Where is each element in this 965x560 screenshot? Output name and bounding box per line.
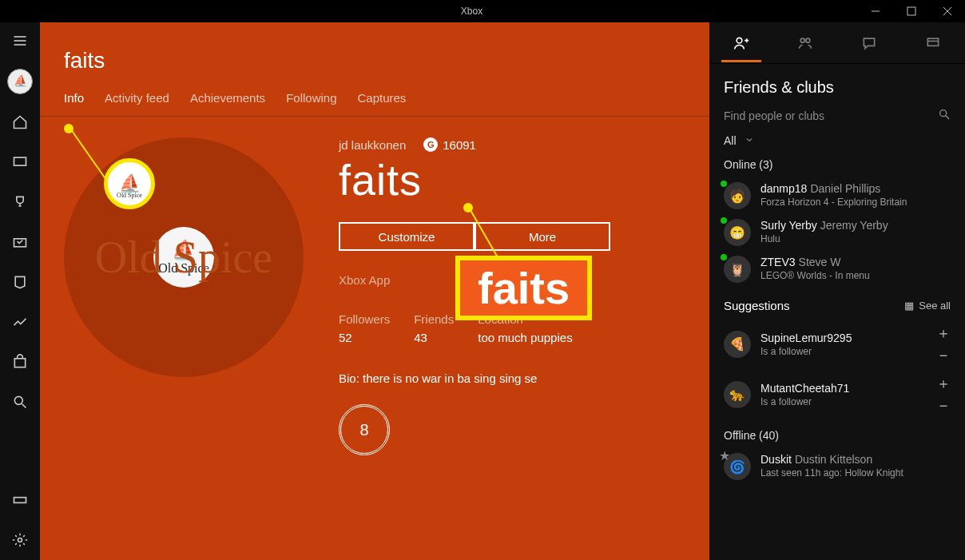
tab-captures[interactable]: Captures bbox=[358, 91, 407, 105]
svg-rect-19 bbox=[927, 38, 938, 46]
presence-dot bbox=[721, 181, 727, 187]
friend-row[interactable]: 🧑danmp18Daniel PhillipsForza Horizon 4 -… bbox=[709, 177, 965, 214]
svg-point-15 bbox=[18, 538, 22, 542]
presence-dot bbox=[721, 254, 727, 260]
refresh-icon[interactable] bbox=[45, 5, 56, 18]
svg-point-17 bbox=[800, 38, 804, 42]
followers-value: 52 bbox=[339, 331, 390, 344]
tab-info[interactable]: Info bbox=[64, 91, 84, 105]
tab-achievements[interactable]: Achievements bbox=[190, 91, 265, 105]
home-icon[interactable] bbox=[0, 110, 40, 134]
settings-icon[interactable] bbox=[0, 528, 40, 552]
friends-value: 43 bbox=[414, 331, 454, 344]
gamerpic[interactable]: Old Spice Old Spice bbox=[64, 137, 304, 377]
search-icon[interactable] bbox=[938, 108, 951, 123]
window-title: Xbox bbox=[86, 6, 857, 17]
avatar: 🐆 bbox=[724, 381, 751, 408]
svg-rect-11 bbox=[14, 359, 25, 367]
filter-dropdown[interactable]: All bbox=[709, 134, 965, 158]
followers-label: Followers bbox=[339, 312, 390, 326]
annotation-dot bbox=[64, 124, 73, 133]
tenure-badge: 8 bbox=[339, 404, 390, 455]
close-button[interactable] bbox=[929, 0, 965, 22]
friend-row[interactable]: 🦉ZTEV3Steve WLEGO® Worlds - In menu bbox=[709, 251, 965, 288]
avatar: 🍕 bbox=[724, 331, 751, 358]
svg-line-13 bbox=[22, 404, 26, 408]
svg-point-16 bbox=[737, 38, 742, 43]
friend-row[interactable]: 😁Surly YerbyJeremy YerbyHulu bbox=[709, 214, 965, 251]
suggestion-row[interactable]: 🐆MutantCheetah71Is a follower＋− bbox=[709, 369, 965, 419]
annotation-avatar-highlight bbox=[104, 158, 155, 209]
back-icon[interactable] bbox=[14, 5, 26, 18]
svg-rect-14 bbox=[14, 498, 26, 503]
profile-pane: faits faits Info Activity feed Achieveme… bbox=[40, 22, 709, 560]
friends-tab-icon[interactable] bbox=[725, 35, 757, 51]
svg-rect-3 bbox=[907, 7, 915, 15]
captures-icon[interactable] bbox=[0, 230, 40, 254]
annotation-dot bbox=[463, 203, 473, 212]
more-button[interactable]: More bbox=[475, 222, 610, 251]
profile-tabs: Info Activity feed Achievements Followin… bbox=[64, 91, 709, 116]
chevron-down-icon bbox=[745, 134, 754, 147]
offline-header: Offline (40) bbox=[709, 419, 965, 448]
clubs-icon[interactable] bbox=[0, 270, 40, 294]
multitask-icon[interactable] bbox=[75, 5, 86, 18]
friends-label: Friends bbox=[414, 312, 454, 326]
gamerpic-image: Old Spice bbox=[153, 227, 214, 288]
page-title: faits bbox=[64, 48, 709, 73]
connect-icon[interactable] bbox=[0, 150, 40, 174]
store-icon[interactable] bbox=[0, 350, 40, 374]
suggestions-header: Suggestions bbox=[724, 299, 790, 312]
add-friend-icon[interactable]: ＋ bbox=[936, 324, 951, 343]
messages-tab-icon[interactable] bbox=[853, 35, 885, 51]
hamburger-icon[interactable] bbox=[0, 29, 40, 53]
see-all-link[interactable]: ▦ See all bbox=[904, 300, 951, 312]
online-header: Online (3) bbox=[709, 158, 965, 177]
add-friend-icon[interactable]: ＋ bbox=[936, 374, 951, 393]
tab-following[interactable]: Following bbox=[286, 91, 336, 105]
nav-rail bbox=[0, 22, 40, 560]
svg-line-22 bbox=[946, 116, 949, 119]
bio-text: Bio: there is no war in ba sing sing se bbox=[339, 371, 610, 385]
activity-tab-icon[interactable] bbox=[917, 35, 949, 51]
gamebar-icon[interactable] bbox=[0, 488, 40, 512]
search-icon[interactable] bbox=[0, 390, 40, 414]
title-bar: Xbox bbox=[0, 0, 965, 22]
dismiss-icon[interactable]: − bbox=[939, 398, 948, 415]
trending-icon[interactable] bbox=[0, 310, 40, 334]
svg-point-12 bbox=[14, 396, 22, 404]
friends-header: Friends & clubs bbox=[709, 64, 965, 108]
avatar: 🧑 bbox=[724, 182, 751, 209]
party-tab-icon[interactable] bbox=[789, 35, 821, 51]
friends-panel: Friends & clubs Find people or clubs All… bbox=[709, 22, 965, 560]
gamerscore-icon: G bbox=[423, 137, 438, 152]
dismiss-icon[interactable]: − bbox=[939, 348, 948, 364]
avatar: 😁 bbox=[724, 219, 751, 246]
gamertag: faits bbox=[339, 155, 610, 205]
presence-dot bbox=[721, 217, 727, 224]
svg-point-18 bbox=[806, 38, 810, 42]
profile-avatar-icon[interactable] bbox=[7, 69, 33, 94]
real-name: jd laukkonen bbox=[339, 138, 406, 152]
favorite-star-icon: ★ bbox=[719, 448, 730, 463]
gamerscore-value: 16091 bbox=[443, 138, 476, 152]
avatar: 🦉 bbox=[724, 256, 751, 283]
achievements-icon[interactable] bbox=[0, 190, 40, 214]
customize-button[interactable]: Customize bbox=[339, 222, 475, 251]
tab-activity-feed[interactable]: Activity feed bbox=[105, 91, 169, 105]
minimize-button[interactable] bbox=[857, 0, 893, 22]
suggestion-row[interactable]: 🍕SupineLemur9295Is a follower＋− bbox=[709, 319, 965, 369]
search-input[interactable]: Find people or clubs bbox=[724, 109, 824, 122]
maximize-button[interactable] bbox=[893, 0, 929, 22]
svg-point-21 bbox=[940, 110, 947, 117]
svg-rect-1 bbox=[79, 6, 85, 11]
annotation-callout: faits bbox=[455, 256, 592, 320]
friend-row[interactable]: ★🌀DuskitDustin KittelsonLast seen 11h ag… bbox=[709, 448, 965, 485]
svg-rect-9 bbox=[14, 157, 26, 165]
location-value: too much puppies bbox=[478, 331, 572, 344]
